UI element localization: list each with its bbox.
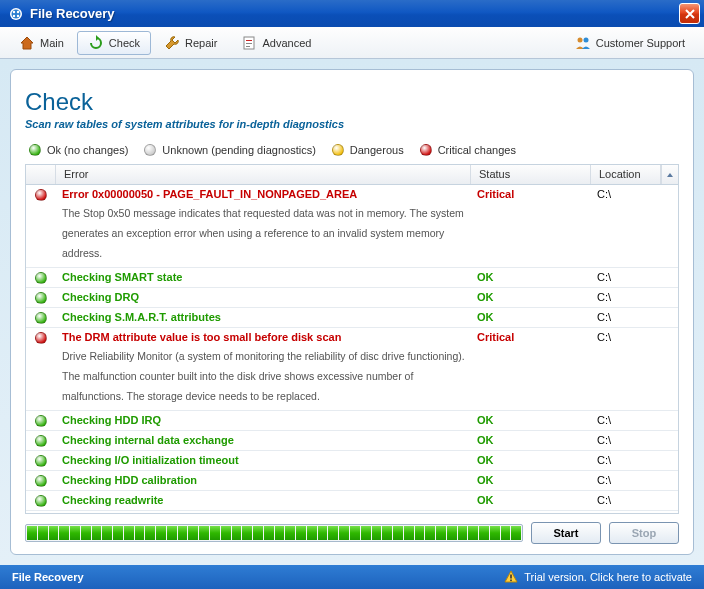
legend-unknown-label: Unknown (pending diagnostics) xyxy=(162,144,315,156)
advanced-button[interactable]: Advanced xyxy=(230,31,322,55)
row-status: OK xyxy=(471,411,591,430)
row-location: C:\ xyxy=(591,411,678,430)
progress-segment xyxy=(81,526,91,540)
table-row[interactable]: The DRM attribute value is too small bef… xyxy=(26,328,678,411)
row-error: Checking DRQ xyxy=(56,288,471,307)
progress-segment xyxy=(425,526,435,540)
progress-segment xyxy=(458,526,468,540)
support-button[interactable]: Customer Support xyxy=(564,31,696,55)
table-header: Error Status Location xyxy=(26,165,678,185)
repair-button[interactable]: Repair xyxy=(153,31,228,55)
progress-segment xyxy=(38,526,48,540)
progress-segment xyxy=(178,526,188,540)
row-title: Checking SMART state xyxy=(62,271,465,283)
green-dot-icon xyxy=(35,312,47,324)
progress-segment xyxy=(447,526,457,540)
progress-segment xyxy=(436,526,446,540)
row-location: C:\ xyxy=(591,308,678,327)
table-row[interactable]: Checking HDD calibrationOKC:\ xyxy=(26,471,678,491)
table-row[interactable]: Checking S.M.A.R.T. attributesOKC:\ xyxy=(26,308,678,328)
table-row[interactable]: Checking HDD IRQOKC:\ xyxy=(26,411,678,431)
svg-rect-9 xyxy=(246,46,250,47)
start-button[interactable]: Start xyxy=(531,522,601,544)
main-area: Check Scan raw tables of system attribut… xyxy=(0,59,704,565)
table-row[interactable]: Checking internal data exchangeOKC:\ xyxy=(26,431,678,451)
chevron-up-icon xyxy=(666,171,674,179)
row-error: Checking S.M.A.R.T. attributes xyxy=(56,308,471,327)
table-row[interactable]: Checking readwriteOKC:\ xyxy=(26,491,678,511)
row-title: The DRM attribute value is too small bef… xyxy=(62,331,465,343)
svg-point-1 xyxy=(12,9,21,18)
main-button[interactable]: Main xyxy=(8,31,75,55)
progress-segment xyxy=(350,526,360,540)
advanced-label: Advanced xyxy=(262,37,311,49)
row-indicator xyxy=(26,431,56,450)
table-row[interactable]: Checking I/O initialization timeoutOKC:\ xyxy=(26,451,678,471)
col-indicator[interactable] xyxy=(26,165,56,184)
table-row[interactable]: Error 0x00000050 - PAGE_FAULT_IN_NONPAGE… xyxy=(26,185,678,268)
yellow-dot-icon xyxy=(332,144,344,156)
row-location: C:\ xyxy=(591,288,678,307)
col-status[interactable]: Status xyxy=(471,165,591,184)
green-dot-icon xyxy=(35,272,47,284)
row-error: The DRM attribute value is too small bef… xyxy=(56,328,471,410)
row-title: Checking DRQ xyxy=(62,291,465,303)
document-icon xyxy=(241,35,257,51)
row-status: OK xyxy=(471,491,591,510)
red-dot-icon xyxy=(35,332,47,344)
table-row[interactable]: Checking DRQOKC:\ xyxy=(26,288,678,308)
progress-segment xyxy=(501,526,511,540)
close-icon xyxy=(685,9,695,19)
titlebar: File Recovery xyxy=(0,0,704,27)
progress-segment xyxy=(253,526,263,540)
col-error[interactable]: Error xyxy=(56,165,471,184)
trial-text: Trial version. Click here to activate xyxy=(524,571,692,583)
progress-segment xyxy=(468,526,478,540)
row-location: C:\ xyxy=(591,491,678,510)
check-button[interactable]: Check xyxy=(77,31,151,55)
close-button[interactable] xyxy=(679,3,700,24)
col-location[interactable]: Location xyxy=(591,165,661,184)
grey-dot-icon xyxy=(144,144,156,156)
row-location: C:\ xyxy=(591,431,678,450)
row-desc: The Stop 0x50 message indicates that req… xyxy=(62,204,465,264)
legend-dangerous-label: Dangerous xyxy=(350,144,404,156)
table-row[interactable]: Checking SMART stateOKC:\ xyxy=(26,268,678,288)
table-body[interactable]: Error 0x00000050 - PAGE_FAULT_IN_NONPAGE… xyxy=(26,185,678,513)
scroll-up-button[interactable] xyxy=(661,165,678,184)
progress-segment xyxy=(135,526,145,540)
svg-point-10 xyxy=(577,37,582,42)
progress-segment xyxy=(156,526,166,540)
row-indicator xyxy=(26,491,56,510)
repair-label: Repair xyxy=(185,37,217,49)
row-title: Checking HDD IRQ xyxy=(62,414,465,426)
progress-segment xyxy=(70,526,80,540)
row-title: Checking internal data exchange xyxy=(62,434,465,446)
progress-segment xyxy=(124,526,134,540)
row-location: C:\ xyxy=(591,268,678,287)
legend-critical: Critical changes xyxy=(420,144,516,156)
row-error: Checking HDD IRQ xyxy=(56,411,471,430)
wrench-icon xyxy=(164,35,180,51)
home-icon xyxy=(19,35,35,51)
row-status: Critical xyxy=(471,185,591,267)
row-status: OK xyxy=(471,471,591,490)
stop-button[interactable]: Stop xyxy=(609,522,679,544)
row-error: Checking readwrite xyxy=(56,491,471,510)
activate-link[interactable]: Trial version. Click here to activate xyxy=(504,570,692,584)
svg-point-5 xyxy=(17,14,19,16)
svg-point-11 xyxy=(583,37,588,42)
row-location: C:\ xyxy=(591,328,678,410)
row-status: OK xyxy=(471,431,591,450)
row-status: OK xyxy=(471,308,591,327)
row-location: C:\ xyxy=(591,451,678,470)
row-indicator xyxy=(26,185,56,267)
progress-segment xyxy=(372,526,382,540)
progress-segment xyxy=(404,526,414,540)
app-icon xyxy=(8,6,24,22)
progress-segment xyxy=(49,526,59,540)
row-desc: Drive Reliability Monitor (a system of m… xyxy=(62,347,465,407)
row-title: Checking I/O initialization timeout xyxy=(62,454,465,466)
progress-segment xyxy=(307,526,317,540)
row-indicator xyxy=(26,471,56,490)
